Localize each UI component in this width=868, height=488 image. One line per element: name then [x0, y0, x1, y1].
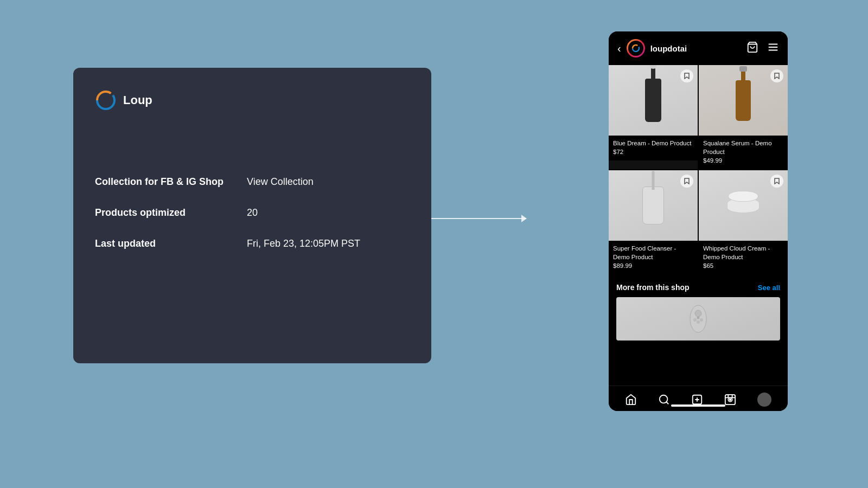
home-indicator [671, 404, 725, 407]
ig-bottom-nav [609, 386, 788, 411]
product-price-4: $65 [703, 262, 783, 269]
nav-search-icon[interactable] [658, 394, 670, 406]
nav-profile-icon[interactable] [757, 393, 771, 407]
product-name-2: Squalane Serum - Demo Product [703, 139, 783, 156]
collection-label: Collection for FB & IG Shop [95, 176, 247, 188]
product-card-blue-dream[interactable]: Blue Dream - Demo Product $72 [609, 65, 698, 169]
back-button[interactable]: ‹ [617, 42, 621, 55]
svg-point-10 [693, 318, 697, 322]
more-item-img [616, 297, 780, 341]
updated-value: Fri, Feb 23, 12:05PM PST [247, 238, 360, 249]
pump-bottle-icon [642, 187, 664, 224]
bottle-dark-icon [645, 79, 661, 122]
menu-icon[interactable] [767, 41, 779, 56]
nav-add-icon[interactable] [691, 394, 703, 406]
more-section: More from this shop See all [609, 277, 788, 345]
product-info-1: Blue Dream - Demo Product $72 [609, 136, 698, 160]
arrow [431, 210, 526, 227]
svg-point-14 [660, 395, 668, 403]
svg-point-21 [730, 399, 731, 401]
products-value: 20 [247, 207, 258, 219]
product-img-squalane [699, 65, 788, 136]
products-label: Products optimized [95, 207, 247, 219]
collection-row: Collection for FB & IG Shop View Collect… [95, 176, 410, 188]
see-all-link[interactable]: See all [758, 284, 780, 292]
ig-avatar-inner [628, 41, 643, 56]
product-info-2: Squalane Serum - Demo Product $49.99 [699, 136, 788, 169]
updated-label: Last updated [95, 238, 247, 249]
bookmark-btn-1[interactable] [680, 69, 693, 82]
svg-point-11 [697, 320, 700, 324]
more-header: More from this shop See all [616, 283, 780, 292]
product-price-2: $49.99 [703, 157, 783, 164]
phone-panel: ‹ loupdotai [609, 31, 788, 411]
more-title: More from this shop [616, 283, 690, 292]
logo-area: Loup [95, 89, 410, 111]
product-info-4: Whipped Cloud Cream - Demo Product $65 [699, 241, 788, 274]
svg-point-9 [695, 310, 701, 317]
bookmark-btn-4[interactable] [770, 175, 783, 188]
product-img-whipped [699, 170, 788, 241]
bookmark-btn-2[interactable] [770, 69, 783, 82]
logo-text: Loup [123, 93, 152, 107]
product-price-1: $72 [613, 149, 693, 155]
product-price-3: $89.99 [613, 262, 693, 269]
product-name-1: Blue Dream - Demo Product [613, 139, 693, 147]
ig-header: ‹ loupdotai [609, 31, 788, 65]
updated-row: Last updated Fri, Feb 23, 12:05PM PST [95, 238, 410, 249]
svg-line-15 [666, 402, 668, 404]
arrow-line [431, 218, 526, 219]
product-card-squalane[interactable]: Squalane Serum - Demo Product $49.99 [699, 65, 788, 169]
ig-header-right [746, 41, 779, 56]
product-img-blue-dream [609, 65, 698, 136]
ig-header-left: ‹ loupdotai [617, 39, 687, 57]
product-name-3: Super Food Cleanser - Demo Product [613, 244, 693, 261]
bookmark-btn-3[interactable] [680, 175, 693, 188]
product-card-super-food[interactable]: Super Food Cleanser - Demo Product $89.9… [609, 170, 698, 274]
product-card-whipped[interactable]: Whipped Cloud Cream - Demo Product $65 [699, 170, 788, 274]
info-table: Collection for FB & IG Shop View Collect… [95, 176, 410, 249]
collection-value[interactable]: View Collection [247, 176, 314, 188]
cream-jar-icon [727, 198, 760, 213]
more-item[interactable] [616, 297, 780, 341]
left-panel: Loup Collection for FB & IG Shop View Co… [73, 68, 431, 363]
ig-username[interactable]: loupdotai [650, 44, 687, 53]
ig-avatar [627, 39, 645, 57]
loup-small-logo [631, 43, 641, 53]
bottle-amber-icon [736, 80, 751, 121]
svg-point-13 [697, 317, 700, 319]
product-name-4: Whipped Cloud Cream - Demo Product [703, 244, 783, 261]
product-img-super-food [609, 170, 698, 241]
nav-home-icon[interactable] [625, 394, 637, 406]
products-row: Products optimized 20 [95, 207, 410, 219]
svg-point-12 [700, 318, 703, 322]
nav-reels-icon[interactable] [724, 394, 736, 406]
product-info-3: Super Food Cleanser - Demo Product $89.9… [609, 241, 698, 274]
loup-logo-icon [95, 89, 117, 111]
more-product-svg [685, 303, 712, 335]
cart-icon[interactable] [746, 41, 758, 56]
product-grid: Blue Dream - Demo Product $72 Squalane S… [609, 65, 788, 277]
